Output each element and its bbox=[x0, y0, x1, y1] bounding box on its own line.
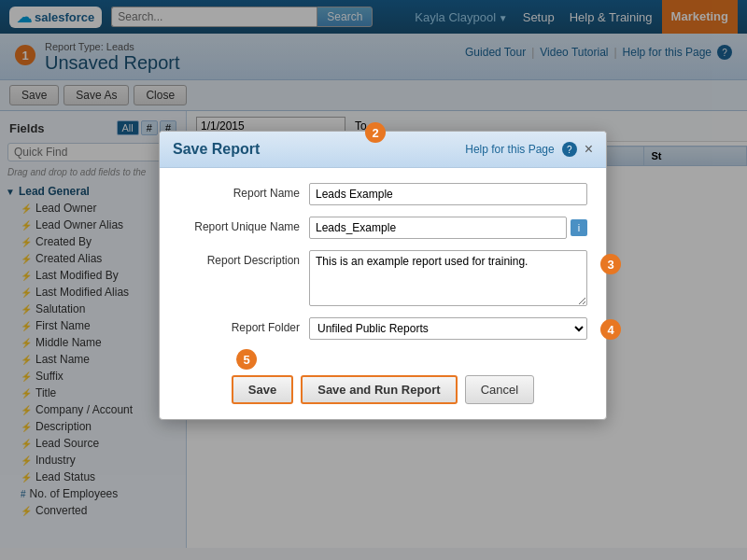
report-unique-name-label: Report Unique Name bbox=[178, 217, 309, 233]
report-description-label: Report Description bbox=[178, 250, 309, 267]
save-report-dialog: 2 Save Report Help for this Page ? × Rep… bbox=[159, 131, 607, 420]
dialog-title: Save Report bbox=[173, 141, 260, 158]
step-badge-3: 3 bbox=[600, 254, 621, 274]
dialog-body: Report Name Report Unique Name i Report … bbox=[160, 168, 606, 366]
step-badge-5: 5 bbox=[236, 349, 257, 370]
dialog-close-button[interactable]: × bbox=[585, 142, 593, 157]
save-dialog-button[interactable]: Save bbox=[232, 375, 293, 404]
unique-name-field-wrapper: i bbox=[309, 217, 587, 239]
step-badge-4: 4 bbox=[600, 319, 621, 340]
report-unique-name-input[interactable] bbox=[309, 217, 567, 239]
report-folder-label: Report Folder bbox=[178, 317, 309, 334]
dialog-footer: 5 Save Save and Run Report Cancel bbox=[160, 366, 606, 419]
cancel-dialog-button[interactable]: Cancel bbox=[465, 375, 534, 404]
report-name-label: Report Name bbox=[178, 183, 309, 200]
report-folder-row: Report Folder Unfiled Public Reports My … bbox=[178, 317, 587, 340]
report-folder-select[interactable]: Unfiled Public Reports My Personal Custo… bbox=[309, 317, 587, 340]
report-name-input[interactable] bbox=[309, 183, 587, 205]
dialog-help-icon[interactable]: ? bbox=[562, 142, 577, 157]
info-icon[interactable]: i bbox=[571, 219, 587, 236]
report-name-row: Report Name bbox=[178, 183, 587, 205]
step-badge-2: 2 bbox=[365, 122, 386, 143]
report-description-input[interactable]: This is an example report used for train… bbox=[309, 250, 587, 306]
save-and-run-button[interactable]: Save and Run Report bbox=[301, 375, 457, 404]
report-description-row: Report Description This is an example re… bbox=[178, 250, 587, 306]
dialog-header-right: Help for this Page ? × bbox=[465, 142, 593, 157]
report-unique-name-row: Report Unique Name i bbox=[178, 217, 587, 239]
dialog-help-link[interactable]: Help for this Page bbox=[465, 143, 554, 156]
